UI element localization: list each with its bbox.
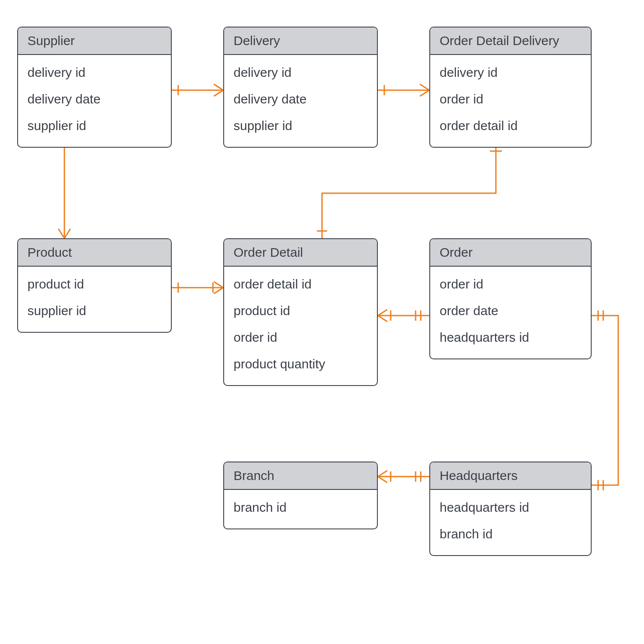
entity-order-detail-delivery: Order Detail Delivery delivery id order … (429, 27, 592, 148)
entity-title: Order Detail Delivery (430, 27, 591, 55)
entity-title: Order (430, 239, 591, 267)
rel-orderdetail-odd (317, 137, 502, 238)
entity-attr: delivery date (27, 86, 161, 112)
entity-order-detail: Order Detail order detail id product id … (223, 238, 378, 386)
svg-line-10 (58, 229, 64, 238)
entity-attr: order id (440, 86, 581, 112)
entity-attr: delivery id (27, 59, 161, 86)
entity-attr: order detail id (234, 271, 368, 298)
entity-attr: order id (440, 271, 581, 298)
rel-supplier-delivery (172, 84, 223, 96)
svg-line-14 (214, 282, 223, 288)
entity-body: product id supplier id (18, 267, 171, 332)
entity-attr: headquarters id (440, 324, 581, 351)
rel-supplier-product (58, 137, 70, 238)
entity-attr: supplier id (27, 298, 161, 324)
entity-title: Branch (224, 462, 377, 490)
entity-delivery: Delivery delivery id delivery date suppl… (223, 27, 378, 148)
svg-line-3 (214, 90, 223, 96)
entity-body: branch id (224, 490, 377, 529)
svg-line-29 (378, 477, 387, 483)
entity-body: delivery id order id order detail id (430, 55, 591, 147)
entity-title: Product (18, 239, 171, 267)
svg-line-11 (64, 229, 70, 238)
entity-attr: supplier id (234, 112, 368, 139)
entity-title: Delivery (224, 27, 377, 55)
entity-title: Supplier (18, 27, 171, 55)
entity-title: Order Detail (224, 239, 377, 267)
svg-line-22 (378, 310, 387, 316)
svg-line-7 (420, 90, 429, 96)
entity-title: Headquarters (430, 462, 591, 490)
entity-supplier: Supplier delivery id delivery date suppl… (17, 27, 172, 148)
entity-body: headquarters id branch id (430, 490, 591, 555)
entity-attr: product quantity (234, 351, 368, 377)
entity-attr: order id (234, 324, 368, 351)
entity-body: delivery id delivery date supplier id (18, 55, 171, 147)
svg-line-2 (214, 84, 223, 90)
entity-product: Product product id supplier id (17, 238, 172, 333)
rel-product-orderdetail (172, 282, 223, 294)
rel-order-headquarters (592, 310, 618, 490)
rel-orderdetail-order (378, 310, 429, 322)
entity-body: order detail id product id order id prod… (224, 267, 377, 385)
entity-attr: delivery date (234, 86, 368, 112)
entity-attr: product id (234, 298, 368, 324)
entity-body: delivery id delivery date supplier id (224, 55, 377, 147)
entity-attr: delivery id (234, 59, 368, 86)
entity-order: Order order id order date headquarters i… (429, 238, 592, 359)
entity-attr: supplier id (27, 112, 161, 139)
entity-attr: product id (27, 271, 161, 298)
diagram-canvas: Supplier delivery id delivery date suppl… (0, 0, 644, 644)
rel-delivery-odd (378, 84, 429, 96)
svg-line-6 (420, 84, 429, 90)
entity-attr: headquarters id (440, 494, 581, 521)
rel-branch-hq (378, 471, 429, 483)
entity-attr: delivery id (440, 59, 581, 86)
entity-branch: Branch branch id (223, 462, 378, 529)
svg-line-28 (378, 471, 387, 477)
entity-attr: order detail id (440, 112, 581, 139)
entity-headquarters: Headquarters headquarters id branch id (429, 462, 592, 556)
entity-body: order id order date headquarters id (430, 267, 591, 358)
svg-line-15 (214, 288, 223, 294)
entity-attr: order date (440, 298, 581, 324)
entity-attr: branch id (234, 494, 368, 521)
entity-attr: branch id (440, 521, 581, 547)
svg-line-23 (378, 316, 387, 322)
